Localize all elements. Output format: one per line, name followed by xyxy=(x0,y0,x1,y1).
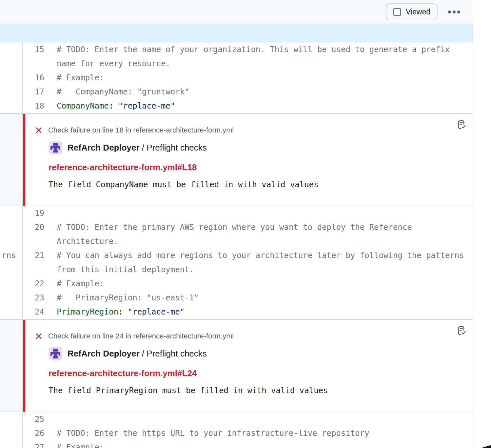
line-number[interactable]: 26 xyxy=(23,426,57,440)
code-text: # TODO: Enter the https URL to your infr… xyxy=(57,426,473,440)
line-number[interactable]: 24 xyxy=(23,305,57,319)
left-pane-sliver: rns xyxy=(0,206,23,319)
failure-marker-bar xyxy=(23,320,25,412)
kebab-horizontal-icon xyxy=(448,10,451,13)
line-number[interactable]: 25 xyxy=(23,412,57,426)
code-line-22: 22 # Example: xyxy=(23,277,473,291)
check-name: Preflight checks xyxy=(147,143,207,153)
annotation-title-row: Check failure on line 24 in reference-ar… xyxy=(35,332,433,340)
view-check-run-button[interactable] xyxy=(456,119,467,130)
mouse-cursor xyxy=(481,445,491,448)
code-line-21: 21 # You can always add more regions to … xyxy=(23,249,473,277)
annotation-file-link[interactable]: reference-architecture-form.yml#L24 xyxy=(49,368,197,378)
check-annotation-line-24: Check failure on line 24 in reference-ar… xyxy=(0,319,473,412)
code-lines: 19 20 # TODO: Enter the primary AWS regi… xyxy=(23,206,473,319)
kebab-horizontal-icon xyxy=(457,10,460,13)
code-line-25: 25 xyxy=(23,412,473,426)
code-line-26: 26 # TODO: Enter the https URL to your i… xyxy=(23,426,473,440)
line-number[interactable]: 15 xyxy=(23,43,57,71)
code-hunk-2: rns 19 20 # TODO: Enter the primary AWS … xyxy=(0,206,473,319)
code-text: # You can always add more regions to you… xyxy=(57,249,473,277)
code-line-17: 17 # CompanyName: "gruntwork" xyxy=(23,85,473,99)
annotation-title: Check failure on line 18 in reference-ar… xyxy=(48,126,234,134)
check-run-name: RefArch Deployer / Preflight checks xyxy=(68,143,207,153)
check-run-name: RefArch Deployer / Preflight checks xyxy=(68,349,207,358)
annotation-title: Check failure on line 24 in reference-ar… xyxy=(48,332,234,340)
code-line-18: 18 CompanyName: "replace-me" xyxy=(23,99,473,113)
hunk-header-bar xyxy=(0,24,473,43)
annotation-title-row: Check failure on line 18 in reference-ar… xyxy=(35,126,433,134)
code-text: # TODO: Enter the primary AWS region whe… xyxy=(57,220,473,249)
annotation-file-link[interactable]: reference-architecture-form.yml#L18 xyxy=(49,162,197,172)
code-line-16: 16 # Example: xyxy=(23,71,473,85)
code-text: PrimaryRegion: "replace-me" xyxy=(57,305,473,319)
file-diff-card: Viewed 15 # TODO: Enter the name of your… xyxy=(0,0,473,448)
yaml-punct: : xyxy=(109,101,113,111)
code-text: CompanyName: "replace-me" xyxy=(57,99,473,113)
x-icon xyxy=(35,127,42,134)
annotation-message: The field PrimaryRegion must be filled i… xyxy=(49,387,433,395)
code-text: # Example: xyxy=(57,277,473,291)
x-icon xyxy=(35,333,42,340)
annotation-content: Check failure on line 18 in reference-ar… xyxy=(25,114,473,206)
left-pane-sliver xyxy=(0,114,23,206)
viewed-checkbox-icon[interactable] xyxy=(393,8,401,16)
annotation-message: The field CompanyName must be filled in … xyxy=(49,181,433,189)
yaml-key: PrimaryRegion xyxy=(57,307,118,316)
annotation-content: Check failure on line 24 in reference-ar… xyxy=(25,320,473,412)
code-text: # TODO: Enter the name of your organizat… xyxy=(57,43,473,71)
code-text xyxy=(57,412,473,426)
code-lines: 25 26 # TODO: Enter the https URL to you… xyxy=(23,412,473,448)
refarch-deployer-avatar xyxy=(49,347,62,360)
code-line-24: 24 PrimaryRegion: "replace-me" xyxy=(23,305,473,319)
left-pane-sliver xyxy=(0,320,23,412)
line-number[interactable]: 27 xyxy=(23,440,57,448)
kebab-horizontal-icon xyxy=(453,10,456,13)
code-hunk-3: 25 26 # TODO: Enter the https URL to you… xyxy=(0,412,473,448)
left-pane-clipped-code: rns xyxy=(2,249,16,263)
code-line-19: 19 xyxy=(23,206,473,220)
code-text: # CompanyName: "gruntwork" xyxy=(57,85,473,99)
check-name: Preflight checks xyxy=(147,349,207,358)
line-number[interactable]: 21 xyxy=(23,249,57,277)
left-pane-sliver xyxy=(0,43,23,113)
code-line-20: 20 # TODO: Enter the primary AWS region … xyxy=(23,220,473,249)
line-number[interactable]: 16 xyxy=(23,71,57,85)
line-number[interactable]: 17 xyxy=(23,85,57,99)
code-line-27: 27 # Example: xyxy=(23,440,473,448)
file-header-bar: Viewed xyxy=(0,0,473,24)
checklist-icon xyxy=(456,325,467,336)
viewed-label: Viewed xyxy=(406,8,430,16)
code-lines: 15 # TODO: Enter the name of your organi… xyxy=(23,43,473,113)
view-check-run-button[interactable] xyxy=(456,325,467,336)
code-text: # PrimaryRegion: "us-east-1" xyxy=(57,291,473,305)
code-text: # Example: xyxy=(57,440,473,448)
code-line-23: 23 # PrimaryRegion: "us-east-1" xyxy=(23,291,473,305)
code-text xyxy=(57,206,473,220)
code-hunk-1: 15 # TODO: Enter the name of your organi… xyxy=(0,43,473,113)
separator: / xyxy=(140,349,147,358)
separator: / xyxy=(140,143,147,153)
failure-marker-bar xyxy=(23,114,25,206)
annotation-link-row: reference-architecture-form.yml#L18 xyxy=(49,163,433,172)
yaml-string: "replace-me" xyxy=(113,101,175,111)
line-number[interactable]: 19 xyxy=(23,206,57,220)
line-number[interactable]: 23 xyxy=(23,291,57,305)
line-number[interactable]: 20 xyxy=(23,220,57,249)
annotation-app-row: RefArch Deployer / Preflight checks xyxy=(49,141,433,154)
code-line-15: 15 # TODO: Enter the name of your organi… xyxy=(23,43,473,71)
annotation-app-row: RefArch Deployer / Preflight checks xyxy=(49,347,433,360)
line-number[interactable]: 18 xyxy=(23,99,57,113)
line-number[interactable]: 22 xyxy=(23,277,57,291)
annotation-link-row: reference-architecture-form.yml#L24 xyxy=(49,369,433,377)
yaml-key: CompanyName xyxy=(57,101,109,111)
app-name: RefArch Deployer xyxy=(68,349,140,358)
more-options-button[interactable] xyxy=(445,8,463,16)
checklist-icon xyxy=(456,119,467,130)
code-text: # Example: xyxy=(57,71,473,85)
yaml-string: "replace-me" xyxy=(123,307,185,316)
refarch-deployer-avatar xyxy=(49,141,62,154)
check-annotation-line-18: Check failure on line 18 in reference-ar… xyxy=(0,113,473,206)
left-pane-sliver xyxy=(0,412,23,448)
viewed-toggle-button[interactable]: Viewed xyxy=(386,3,438,20)
